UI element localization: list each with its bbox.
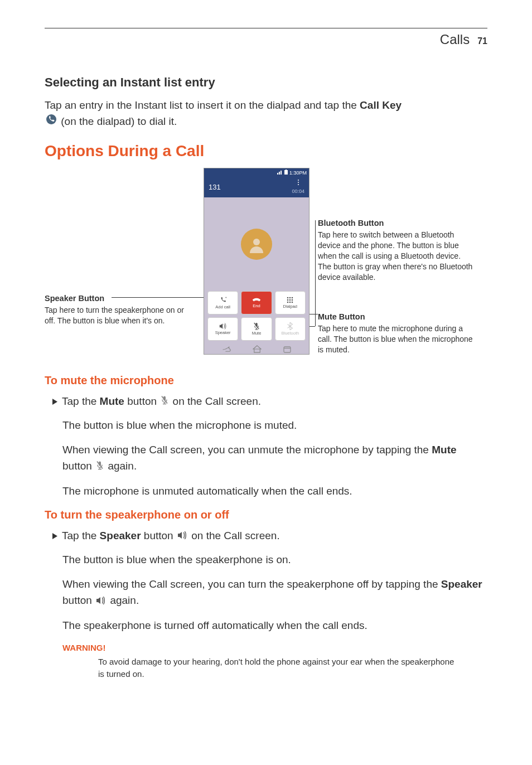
bullet-triangle-icon xyxy=(52,531,57,541)
speaker-button: Speaker xyxy=(207,317,238,341)
text: button xyxy=(141,530,176,541)
home-icon xyxy=(253,345,262,355)
header-page-number: 71 xyxy=(477,36,487,46)
para-instant-list: Tap an entry in the Instant list to inse… xyxy=(45,98,487,130)
text: again. xyxy=(110,594,139,606)
svg-point-8 xyxy=(287,299,289,301)
more-options-icon xyxy=(292,180,304,185)
status-bar: 1:30PM xyxy=(204,168,309,177)
svg-rect-2 xyxy=(286,170,287,170)
speaker-icon xyxy=(96,593,106,609)
nav-bar xyxy=(204,343,309,357)
btn-label: Mute xyxy=(252,331,262,336)
text: button xyxy=(62,594,95,606)
end-call-icon xyxy=(252,297,261,303)
svg-point-11 xyxy=(287,301,289,303)
text: on the Call screen. xyxy=(173,395,261,407)
text: button xyxy=(124,395,159,407)
heading-instant-list: Selecting an Instant list entry xyxy=(45,75,487,90)
callout-line xyxy=(315,220,316,326)
dialpad-icon xyxy=(287,297,293,303)
mute-label: Mute xyxy=(100,395,124,407)
para-speaker-off: When viewing the Call screen, you can tu… xyxy=(62,577,487,609)
bluetooth-icon xyxy=(287,322,293,330)
callout-speaker: Speaker Button Tap here to turn the spea… xyxy=(45,293,190,326)
svg-point-5 xyxy=(287,297,289,298)
dialpad-button: Dialpad xyxy=(275,291,306,314)
callout-bluetooth-title: Bluetooth Button xyxy=(318,218,474,229)
para-text: Tap an entry in the Instant list to inse… xyxy=(45,99,360,111)
svg-text:+: + xyxy=(225,296,226,299)
callout-bluetooth: Bluetooth Button Tap here to switch betw… xyxy=(318,218,474,283)
heading-speakerphone: To turn the speakerphone on or off xyxy=(45,509,487,521)
svg-point-3 xyxy=(253,239,260,245)
svg-point-9 xyxy=(289,299,291,301)
speaker-icon xyxy=(177,528,187,544)
mute-icon xyxy=(96,459,104,475)
para-speaker-auto: The speakerphone is turned off automatic… xyxy=(62,618,487,634)
btn-label: End xyxy=(253,303,260,308)
heading-options-during-call: Options During a Call xyxy=(45,142,487,160)
warning-label: WARNING! xyxy=(62,643,487,652)
text: Tap the xyxy=(62,530,100,541)
battery-icon xyxy=(284,170,288,176)
call-key-icon xyxy=(46,114,57,130)
para-mute-unmute: When viewing the Call screen, you can un… xyxy=(62,442,487,475)
end-call-button: End xyxy=(241,291,272,314)
para-speaker-blue: The button is blue when the speakerphone… xyxy=(62,552,487,568)
avatar-icon xyxy=(241,229,272,260)
speaker-label: Speaker xyxy=(441,578,482,590)
btn-label: Speaker xyxy=(215,330,231,335)
warning-text: To avoid damage to your hearing, don't h… xyxy=(98,656,455,681)
mute-icon xyxy=(253,322,260,330)
svg-point-13 xyxy=(292,301,293,303)
callout-bluetooth-body: Tap here to switch between a Bluetooth d… xyxy=(318,230,474,282)
heading-mute-mic: To mute the microphone xyxy=(45,374,487,387)
btn-label: Dialpad xyxy=(283,304,297,309)
btn-label: Bluetooth xyxy=(281,331,299,336)
callout-mute: Mute Button Tap here to mute the microph… xyxy=(318,312,474,355)
call-buttons-grid: + Add call End Dialpad Speaker Mut xyxy=(204,291,309,341)
mute-label: Mute xyxy=(432,444,456,456)
header-rule xyxy=(45,28,487,28)
bullet-speaker-step: Tap the Speaker button on the Call scree… xyxy=(52,528,487,544)
text: When viewing the Call screen, you can tu… xyxy=(62,578,441,590)
svg-point-12 xyxy=(289,301,291,303)
speaker-icon xyxy=(219,323,227,330)
header-section-title: Calls xyxy=(440,32,470,47)
bullet-triangle-icon xyxy=(52,397,57,407)
page-header: Calls 71 xyxy=(45,32,487,47)
text: button xyxy=(62,460,95,472)
call-screen-diagram: Speaker Button Tap here to turn the spea… xyxy=(45,168,485,363)
bullet-text: Tap the Speaker button on the Call scree… xyxy=(62,528,280,544)
call-duration: 00:04 xyxy=(292,188,304,194)
svg-rect-16 xyxy=(284,347,291,352)
signal-icon xyxy=(277,170,283,176)
mute-icon xyxy=(161,394,168,410)
add-call-button: + Add call xyxy=(207,291,238,314)
btn-label: Add call xyxy=(215,304,230,309)
callout-mute-title: Mute Button xyxy=(318,312,474,323)
bluetooth-button: Bluetooth xyxy=(275,317,306,341)
caller-avatar-area xyxy=(204,197,309,291)
speaker-label: Speaker xyxy=(100,530,141,541)
callout-speaker-body: Tap here to turn the speakerphone on or … xyxy=(45,305,190,326)
call-key-label: Call Key xyxy=(360,99,402,111)
phone-screenshot: 1:30PM 131 00:04 + Add call xyxy=(204,168,309,355)
bullet-mute-step: Tap the Mute button on the Call screen. xyxy=(52,394,487,410)
text: again. xyxy=(108,460,137,472)
text: When viewing the Call screen, you can un… xyxy=(62,444,432,456)
back-icon xyxy=(222,345,231,355)
text: on the Call screen. xyxy=(191,530,279,541)
caller-number: 131 xyxy=(209,183,221,191)
status-time: 1:30PM xyxy=(289,170,307,176)
add-call-icon: + xyxy=(219,296,227,304)
svg-rect-1 xyxy=(284,170,288,175)
para-mute-auto: The microphone is unmuted automatically … xyxy=(62,483,487,500)
callout-mute-body: Tap here to mute the microphone during a… xyxy=(318,323,474,355)
para-mute-blue: The button is blue when the microphone i… xyxy=(62,418,487,434)
svg-point-0 xyxy=(46,114,56,124)
text: Tap the xyxy=(62,395,100,407)
callout-speaker-title: Speaker Button xyxy=(45,293,190,304)
bullet-text: Tap the Mute button on the Call screen. xyxy=(62,394,261,410)
